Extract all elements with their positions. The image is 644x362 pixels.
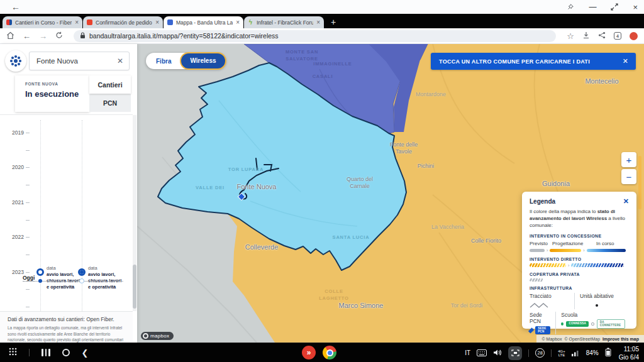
recents-icon[interactable] xyxy=(42,349,50,356)
scrollbar-thumb[interactable] xyxy=(133,265,136,309)
unita-abitative-icon xyxy=(596,304,598,307)
keyboard-lang[interactable]: IT xyxy=(465,349,470,356)
url-text: bandaultralarga.italia.it/mappa/?entity=… xyxy=(89,32,279,40)
zoom-in-button[interactable]: + xyxy=(621,152,636,167)
map-canvas[interactable]: MONTE SAN SALVATORE IMMAGINELLE CASALI M… xyxy=(137,44,644,343)
notification-badge[interactable]: 28 xyxy=(535,348,545,358)
tab-title: Cantieri in Corso - FiberCop xyxy=(15,19,72,26)
comune-status-card: FONTE NUOVA In esecuzione xyxy=(15,75,89,112)
wireless-toggle-button[interactable]: Wireless xyxy=(180,52,226,70)
close-window-icon[interactable]: × xyxy=(633,3,638,12)
download-icon[interactable] xyxy=(582,31,590,40)
footer-body: La mappa riporta un dettaglio comunale, … xyxy=(8,325,125,343)
search-input[interactable] xyxy=(35,57,117,65)
milestone-label: data avvio lavori, chiusura lavori e ope… xyxy=(88,265,127,291)
attribution-osm[interactable]: © OpenStreetMap xyxy=(565,337,601,341)
legend-section-concessione: INTERVENTO IN CONCESSIONE xyxy=(530,234,629,238)
mapbox-logo[interactable]: mapbox xyxy=(141,332,174,340)
legend-label-previsto: Previsto xyxy=(530,241,552,246)
bar-progettazione xyxy=(550,249,581,252)
back-icon[interactable]: ← xyxy=(23,32,31,40)
bar-diretto-previsto xyxy=(530,263,566,267)
restore-icon[interactable] xyxy=(611,3,618,11)
bar-previsto xyxy=(530,249,545,252)
extensions-badge[interactable]: 4 xyxy=(614,32,621,40)
timeline-year: 2020 xyxy=(0,164,24,170)
bar-incorso xyxy=(587,249,626,252)
clock[interactable]: 11:05Gio 6/4 xyxy=(619,345,639,361)
screen-capture-icon[interactable] xyxy=(508,346,522,360)
volume-icon[interactable] xyxy=(493,348,502,359)
pedido-favicon xyxy=(87,19,92,25)
system-back-icon[interactable]: ← xyxy=(11,3,20,11)
fibercop-favicon xyxy=(6,19,12,25)
attribution-mapbox[interactable]: © Mapbox xyxy=(541,337,562,341)
bookmark-star-icon[interactable]: ☆ xyxy=(567,32,574,40)
scuola-connessa-icon xyxy=(561,322,564,326)
comune-search[interactable]: ✕ xyxy=(29,52,130,70)
home-nav-icon[interactable] xyxy=(62,349,70,356)
home-icon[interactable] xyxy=(6,31,14,41)
app-grid-icon[interactable] xyxy=(9,347,17,358)
tab-title: Confirmación de pedido - Ot... xyxy=(96,19,152,26)
zoom-out-button[interactable]: − xyxy=(621,169,636,184)
timeline-year: 2021 xyxy=(0,199,24,206)
tab-pedido[interactable]: Confirmación de pedido - Ot... × xyxy=(83,16,163,28)
layer-toggle: Fibra Wireless xyxy=(146,53,226,69)
close-tab-icon[interactable]: × xyxy=(316,19,320,26)
keyboard-icon[interactable] xyxy=(477,348,487,359)
tab-mappa-active[interactable]: Mappa - Banda Ultra Larga × xyxy=(164,16,243,28)
milestone-marker-filled[interactable] xyxy=(78,268,86,276)
tab-strip: Cantieri in Corso - FiberCop × Confirmac… xyxy=(0,14,644,28)
banner-text: TOCCA UN ALTRO COMUNE PER CARICARNE I DA… xyxy=(431,58,615,65)
legend-label-scuola: Scuola xyxy=(561,312,625,318)
tab-cantieri[interactable]: Cantieri xyxy=(89,75,131,94)
timeline-chart: 2019 2020 2021 2022 2023 data avvio lavo… xyxy=(0,115,133,311)
new-tab-button[interactable]: + xyxy=(331,18,336,26)
profile-avatar[interactable] xyxy=(630,32,638,40)
bar-copertura-privata xyxy=(530,278,543,282)
today-label: Oggi xyxy=(23,275,35,282)
divider xyxy=(528,349,529,357)
legend-label-sede-pcn: Sede PCN xyxy=(530,312,550,324)
reload-icon[interactable] xyxy=(55,31,63,40)
close-tab-icon[interactable]: × xyxy=(155,19,159,26)
legend-close-icon[interactable]: ✕ xyxy=(623,197,629,206)
mapbox-logo-text: mapbox xyxy=(150,333,169,339)
bar-diretto-incorso xyxy=(571,263,624,267)
timeline-year: 2022 xyxy=(0,234,24,240)
banner-close-icon[interactable]: ✕ xyxy=(615,57,636,65)
fibra-toggle-button[interactable]: Fibra xyxy=(146,58,180,65)
chrome-app-icon[interactable] xyxy=(323,346,336,359)
legend-label-unita: Unità abitative xyxy=(580,293,614,299)
tab-fibraclick[interactable]: ϟ Infratel - FibraClick Forum × xyxy=(244,16,324,28)
close-tab-icon[interactable]: × xyxy=(236,19,240,26)
attribution-improve-link[interactable]: Improve this map xyxy=(602,337,639,341)
url-bar[interactable]: bandaultralarga.italia.it/mappa/?entity=… xyxy=(74,30,556,42)
tab-pcn[interactable]: PCN xyxy=(89,94,131,112)
battery-icon xyxy=(605,348,611,359)
legend-label-incorso: In corso xyxy=(596,241,614,246)
sidebar: ✕ FONTE NUOVA In esecuzione Cantieri PCN… xyxy=(0,44,137,343)
divider xyxy=(551,349,552,357)
milestone-marker-open[interactable] xyxy=(36,268,44,276)
tab-fibercop[interactable]: Cantieri in Corso - FiberCop × xyxy=(3,16,82,28)
minimize-icon[interactable]: — xyxy=(589,3,596,11)
back-nav-icon[interactable]: ❮ xyxy=(82,349,89,357)
scuola-da-connettere-badge: DA CONNETTERE xyxy=(597,319,625,329)
fibraclick-favicon: ϟ xyxy=(248,19,253,25)
map-attribution: © Mapbox © OpenStreetMap Improve this ma… xyxy=(536,335,644,343)
map-scroll-strip xyxy=(638,156,641,209)
bul-logo[interactable] xyxy=(5,50,26,72)
share-icon[interactable] xyxy=(598,31,606,40)
pin-icon[interactable] xyxy=(567,3,574,11)
clear-search-icon[interactable]: ✕ xyxy=(117,57,123,65)
today-line xyxy=(23,281,123,282)
lock-icon xyxy=(80,30,86,41)
red-app-icon[interactable]: » xyxy=(302,346,316,359)
forward-icon[interactable]: → xyxy=(39,32,47,40)
legend-label-tracciato: Tracciato xyxy=(530,293,569,299)
sidebar-scrollbar[interactable] xyxy=(133,115,136,311)
close-tab-icon[interactable]: × xyxy=(75,19,79,26)
taskbar: ❮ » IT 28 4G+LTE 84% 11:05Gio 6/4 xyxy=(0,343,644,362)
